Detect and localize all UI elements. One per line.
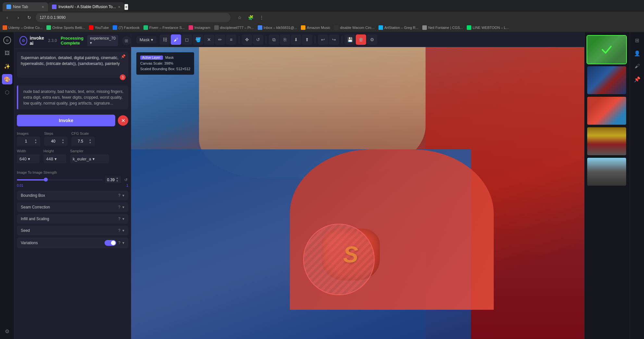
thumbnail-5[interactable] xyxy=(587,157,627,186)
toolbar-move-btn[interactable]: ✥ xyxy=(242,34,252,45)
infill-scaling-help-icon[interactable]: ? xyxy=(118,217,120,221)
strength-slider[interactable] xyxy=(17,179,103,181)
sidebar-icon-generate[interactable]: ✨ xyxy=(2,61,12,71)
cfg-up[interactable]: ▲ xyxy=(88,139,92,141)
forward-button[interactable]: › xyxy=(14,13,23,22)
toolbar-save-btn[interactable]: 💾 xyxy=(345,34,355,45)
seed-expand-icon[interactable]: ▾ xyxy=(122,228,124,233)
bookmark-webtoon[interactable]: LINE WEBTOON – L... xyxy=(467,25,509,30)
negative-prompt-area[interactable]: nude bad anatomy, bad hands, text, error… xyxy=(17,85,128,109)
cfg-input[interactable] xyxy=(74,139,87,144)
bookmark-neil[interactable]: Neil Fontaine | CGS... xyxy=(422,25,463,30)
toolbar-pen-btn[interactable]: ✏ xyxy=(215,34,225,45)
mask-dropdown[interactable]: Mask ▾ xyxy=(136,36,156,44)
browser-menu[interactable]: ⋮ xyxy=(257,13,266,22)
tab-close-newtab[interactable]: ✕ xyxy=(42,5,44,9)
images-up[interactable]: ▲ xyxy=(34,139,38,141)
tab-close-invoke[interactable]: ✕ xyxy=(118,5,120,9)
address-bar[interactable]: 127.0.0.1:9090 xyxy=(36,13,230,22)
toolbar-copy-btn[interactable]: ⎘ xyxy=(280,34,290,45)
variations-help-icon[interactable]: ? xyxy=(118,241,120,245)
bounding-box-expand-icon[interactable]: ▾ xyxy=(122,193,124,198)
bookmark-star[interactable]: ☆ xyxy=(235,13,244,22)
back-button[interactable]: ‹ xyxy=(3,13,12,22)
bookmark-inbox[interactable]: Inbox – klk56831@... xyxy=(258,25,297,30)
images-down[interactable]: ▼ xyxy=(34,142,38,144)
bookmark-fiverr[interactable]: Fiverr – Freelance S... xyxy=(143,25,185,30)
new-tab-button[interactable]: + xyxy=(124,4,128,10)
steps-down[interactable]: ▼ xyxy=(61,142,65,144)
sidebar-icon-settings[interactable]: ⚙ xyxy=(2,326,12,336)
bookmark-sports[interactable]: Online Sports Betti... xyxy=(46,25,85,30)
toolbar-redo-btn[interactable]: ↪ xyxy=(329,34,339,45)
thumbnail-2[interactable] xyxy=(587,66,627,95)
toolbar-lines-btn[interactable]: ≡ xyxy=(226,34,236,45)
strength-reset[interactable]: ↺ xyxy=(124,178,128,182)
bookmark-icon-youtube xyxy=(89,25,93,30)
right-icon-brush[interactable]: 🖌 xyxy=(632,61,642,71)
extensions-btn[interactable]: 🧩 xyxy=(246,13,255,22)
images-input[interactable] xyxy=(19,139,32,144)
infill-scaling-header[interactable]: Infill and Scaling ? ▾ xyxy=(17,214,128,224)
bookmark-udemy[interactable]: Udemy – Online Co... xyxy=(3,25,43,30)
sidebar-icon-images[interactable]: 🖼 xyxy=(2,48,12,58)
toolbar-cancel-mask-btn[interactable]: ✕ xyxy=(204,34,214,45)
seed-header[interactable]: Seed ? ▾ xyxy=(17,226,128,235)
thumbnail-1[interactable] xyxy=(587,35,627,64)
toolbar-undo-btn[interactable]: ↩ xyxy=(318,34,328,45)
logo-icon[interactable]: ⊙ xyxy=(2,35,12,45)
variations-header[interactable]: Variations ? ▾ xyxy=(17,237,128,248)
prompt-pin-icon[interactable]: 📌 xyxy=(121,54,126,59)
prompt-area[interactable]: 📌 Superman artstation, detailed, digital… xyxy=(17,52,128,78)
bookmark-youtube[interactable]: YouTube xyxy=(89,25,109,30)
invoke-cancel-button[interactable]: ✕ xyxy=(118,115,128,126)
steps-input[interactable] xyxy=(47,139,60,144)
canvas-viewport[interactable]: S Active Layer: Mask Canvas Scale: 398% … xyxy=(131,47,584,339)
bookmark-disciple[interactable]: discipleneil777 – Pr... xyxy=(214,25,254,30)
toolbar-download-btn[interactable]: ⬇ xyxy=(291,34,301,45)
sidebar-icon-canvas[interactable]: 🎨 xyxy=(2,74,12,84)
thumbnail-3[interactable] xyxy=(587,96,627,125)
toolbar-chain-btn[interactable]: ⛓ xyxy=(160,34,170,45)
right-icon-gallery[interactable]: ⊞ xyxy=(632,35,642,45)
seam-correction-expand-icon[interactable]: ▾ xyxy=(122,205,124,209)
toolbar-settings-btn[interactable]: ⚙ xyxy=(367,34,377,45)
bookmark-amazon[interactable]: Amazon Music xyxy=(301,25,330,30)
right-icon-pin[interactable]: 📌 xyxy=(632,74,642,84)
sampler-select-wrap[interactable]: k_euler_a ▾ xyxy=(70,154,109,163)
experience-badge[interactable]: experience_70 ▾ xyxy=(87,35,118,46)
steps-up[interactable]: ▲ xyxy=(61,139,65,141)
toolbar-upload-btn[interactable]: ⬆ xyxy=(302,34,312,45)
browser-tab-invokea[interactable]: InvokeAI - A Stable Diffusion To... ✕ xyxy=(48,2,124,11)
toolbar-restore-btn[interactable]: ↺ xyxy=(253,34,263,45)
thumbnail-4[interactable] xyxy=(587,127,627,156)
bounding-box-help-icon[interactable]: ? xyxy=(118,193,120,198)
toolbar-eraser-btn[interactable]: ◻ xyxy=(182,34,192,45)
height-select-wrap[interactable]: 448 ▾ xyxy=(43,154,66,163)
refresh-button[interactable]: ↻ xyxy=(25,13,34,22)
toolbar-brush-btn[interactable]: 🖌 xyxy=(171,34,181,45)
invoke-button[interactable]: Invoke xyxy=(17,115,115,126)
strength-down[interactable]: ▼ xyxy=(115,180,119,182)
bookmark-artstation[interactable]: ArtStation – Greg R... xyxy=(378,25,418,30)
bounding-box-header[interactable]: Bounding Box ? ▾ xyxy=(17,191,128,200)
seed-help-icon[interactable]: ? xyxy=(118,228,120,233)
strength-up[interactable]: ▲ xyxy=(115,177,119,180)
toolbar-fill-btn[interactable]: 🪣 xyxy=(193,34,203,45)
bookmark-wacom[interactable]: disable Wacom Circ... xyxy=(334,25,375,30)
bookmark-instagram[interactable]: Instagram xyxy=(189,25,210,30)
right-icon-person[interactable]: 👤 xyxy=(632,48,642,58)
browser-tab-newtab[interactable]: New Tab ✕ xyxy=(3,2,48,11)
sidebar-icon-nodes[interactable]: ⬡ xyxy=(2,87,12,97)
header-icon-gallery[interactable]: ⊞ xyxy=(122,36,131,45)
bookmark-facebook[interactable]: (7) Facebook xyxy=(113,25,140,30)
variations-toggle[interactable] xyxy=(105,240,116,246)
seam-correction-help-icon[interactable]: ? xyxy=(118,205,120,209)
variations-expand-icon[interactable]: ▾ xyxy=(122,241,124,245)
toolbar-trash-btn[interactable]: 🗑 xyxy=(356,34,366,45)
toolbar-layers-btn[interactable]: ⧉ xyxy=(269,34,279,45)
seam-correction-header[interactable]: Seam Correction ? ▾ xyxy=(17,202,128,212)
infill-scaling-expand-icon[interactable]: ▾ xyxy=(122,217,124,221)
width-select-wrap[interactable]: 640 ▾ xyxy=(17,154,40,163)
cfg-down[interactable]: ▼ xyxy=(88,142,92,144)
